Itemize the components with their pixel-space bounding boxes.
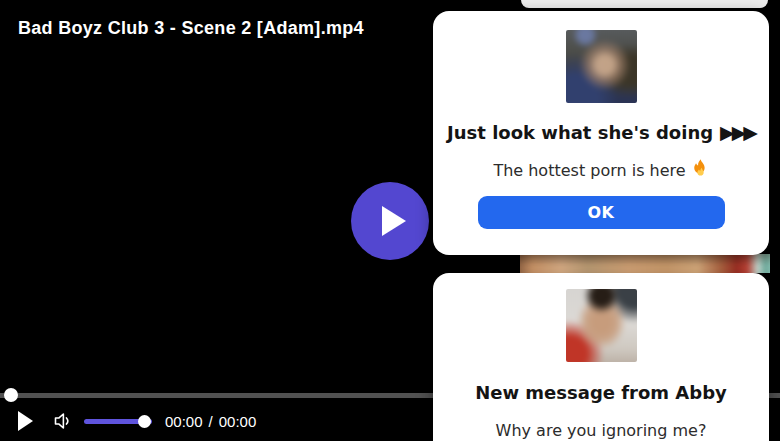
big-play-button[interactable] <box>351 182 429 260</box>
play-button[interactable] <box>17 411 33 431</box>
player-controls: 00:00 / 00:00 <box>0 404 430 438</box>
popup-message-card[interactable]: New message from Abby Why are you ignori… <box>433 273 769 441</box>
popup-body: Why are you ignoring me? <box>433 420 769 441</box>
fire-icon <box>692 159 709 182</box>
popup-heading: New message from Abby <box>433 381 769 405</box>
background-ad-image[interactable] <box>520 254 770 273</box>
triple-play-arrows-icon: ▶▶▶ <box>720 121 755 143</box>
popup-thumbnail[interactable] <box>566 30 637 103</box>
popup-body-text: The hottest porn is here <box>493 160 685 182</box>
popup-card-partial[interactable] <box>521 0 768 8</box>
duration: 00:00 <box>219 413 257 430</box>
video-page: Bad Boyz Club 3 - Scene 2 [Adam].mp4 00:… <box>0 0 780 441</box>
volume-handle[interactable] <box>138 415 151 428</box>
current-time: 00:00 <box>165 413 203 430</box>
progress-handle[interactable] <box>4 388 18 402</box>
time-separator: / <box>209 413 213 430</box>
volume-button[interactable] <box>52 411 73 431</box>
video-title: Bad Boyz Club 3 - Scene 2 [Adam].mp4 <box>18 18 364 39</box>
popup-ad-card[interactable]: Just look what she's doing▶▶▶ The hottes… <box>433 11 769 255</box>
time-display: 00:00 / 00:00 <box>165 413 256 430</box>
volume-icon <box>52 411 73 431</box>
volume-slider[interactable] <box>84 419 152 424</box>
ad-image <box>520 254 770 273</box>
popup-thumbnail[interactable] <box>566 289 637 362</box>
ok-button[interactable]: OK <box>478 196 725 229</box>
play-icon <box>382 206 406 236</box>
thumbnail-image <box>566 30 637 103</box>
popup-body: The hottest porn is here <box>433 159 769 182</box>
thumbnail-image <box>566 289 637 362</box>
popup-heading-text: Just look what she's doing <box>447 122 713 143</box>
play-icon <box>17 411 33 431</box>
popup-heading: Just look what she's doing▶▶▶ <box>433 120 769 145</box>
